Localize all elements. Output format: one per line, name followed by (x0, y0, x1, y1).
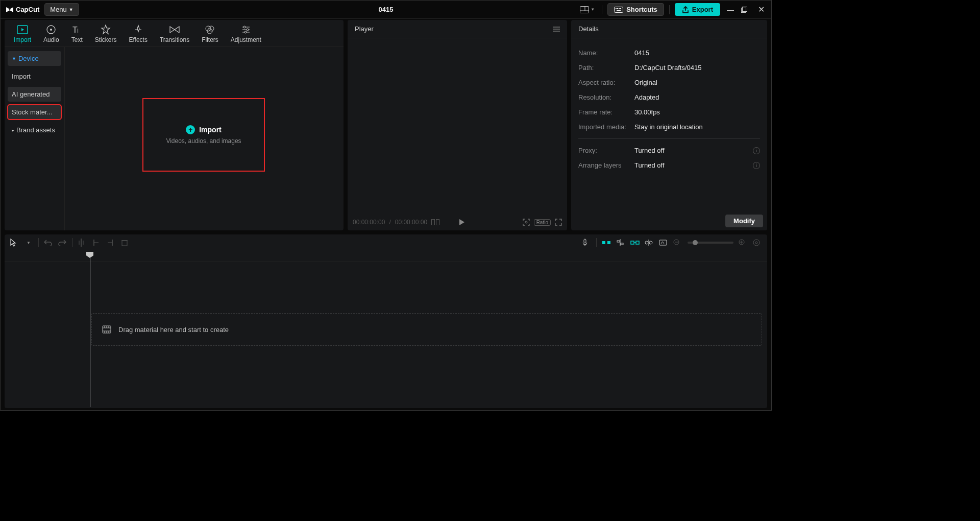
modify-button[interactable]: Modify (725, 215, 763, 227)
sidebar-item-device[interactable]: ▼Device (8, 51, 61, 66)
sidebar-item-brand-assets[interactable]: ▸Brand assets (8, 123, 61, 137)
playhead-handle-icon[interactable] (86, 252, 93, 258)
redo-icon[interactable] (58, 239, 67, 246)
split-icon[interactable] (78, 239, 87, 247)
caret-right-icon: ▸ (12, 128, 14, 133)
svg-rect-46 (631, 241, 634, 244)
sidebar-item-stock-materials[interactable]: Stock mater... (8, 105, 61, 120)
svg-rect-29 (436, 220, 439, 225)
app-logo: CapCut (6, 6, 39, 14)
svg-rect-4 (616, 8, 617, 9)
svg-rect-45 (621, 243, 623, 245)
timeline-drop-hint: Drag material here and start to create (118, 326, 229, 334)
details-header: Details (571, 20, 767, 38)
transitions-tab-icon (169, 24, 180, 35)
player-viewport[interactable] (348, 38, 567, 214)
details-body: Name:0415 Path:D:/CapCut Drafts/0415 Asp… (571, 38, 767, 211)
play-icon[interactable] (444, 219, 480, 226)
text-tab-icon: TI (72, 24, 82, 35)
export-button[interactable]: Export (675, 3, 720, 16)
capcut-logo-icon (6, 6, 14, 14)
window-minimize-icon[interactable]: — (725, 6, 736, 14)
tab-transitions[interactable]: Transitions (159, 23, 190, 44)
app-name: CapCut (16, 6, 39, 13)
zoom-slider-thumb[interactable] (693, 240, 698, 245)
sidebar-item-ai-generated[interactable]: AI generated (8, 87, 61, 102)
preview-track-icon[interactable] (645, 239, 654, 246)
zoom-in-icon[interactable] (739, 239, 748, 246)
svg-rect-44 (617, 241, 620, 242)
tab-stickers[interactable]: Stickers (94, 23, 118, 44)
mic-icon[interactable] (582, 239, 591, 247)
sidebar-item-import[interactable]: Import (8, 69, 61, 84)
timeline-ruler[interactable] (5, 251, 767, 262)
filters-tab-icon (205, 24, 215, 35)
detail-aspect: Aspect ratio:Original (578, 75, 760, 90)
media-sidebar: ▼Device Import AI generated Stock mater.… (5, 47, 65, 230)
tab-audio[interactable]: Audio (42, 23, 60, 44)
snap-main-icon[interactable] (602, 240, 611, 246)
svg-point-30 (525, 221, 527, 223)
import-tab-icon (17, 24, 28, 35)
import-area: + Import Videos, audios, and images (65, 47, 344, 230)
tab-adjustment[interactable]: Adjustment (230, 23, 262, 44)
tab-filters[interactable]: Filters (201, 23, 219, 44)
zoom-slider[interactable] (688, 242, 733, 244)
undo-icon[interactable] (44, 239, 53, 246)
timeline-drop-track[interactable]: Drag material here and start to create (91, 313, 762, 346)
layout-icon (580, 6, 589, 13)
trim-right-icon[interactable] (107, 239, 116, 247)
main-row: Import Audio TI Text Stickers Effects (1, 20, 771, 230)
detail-path: Path:D:/CapCut Drafts/0415 (578, 60, 760, 75)
layout-button[interactable]: ▼ (578, 5, 597, 14)
zoom-out-icon[interactable] (673, 239, 682, 246)
compare-icon[interactable] (431, 219, 439, 225)
snap-linked-icon[interactable] (630, 240, 640, 246)
tab-effects[interactable]: Effects (128, 23, 148, 44)
trim-left-icon[interactable] (92, 239, 102, 247)
player-time-current: 00:00:00:00 (353, 219, 385, 226)
ratio-button[interactable]: Ratio (534, 219, 551, 226)
caret-down-icon: ▼ (12, 56, 16, 61)
align-icon[interactable] (616, 239, 625, 246)
tool-chevron-down-icon[interactable]: ▼ (24, 241, 33, 245)
shortcuts-button[interactable]: Shortcuts (607, 3, 664, 16)
media-body: ▼Device Import AI generated Stock mater.… (5, 47, 344, 230)
preview-render-icon[interactable] (659, 240, 668, 246)
tab-text[interactable]: TI Text (70, 23, 84, 44)
player-controls: 00:00:00:00 / 00:00:00:00 Ratio (348, 214, 567, 230)
delete-icon[interactable] (121, 239, 130, 246)
svg-rect-10 (743, 7, 747, 11)
player-menu-icon[interactable] (553, 27, 560, 32)
svg-text:I: I (77, 28, 79, 34)
separator (669, 5, 670, 14)
svg-rect-0 (580, 6, 589, 13)
window-maximize-icon[interactable] (741, 6, 751, 13)
detail-framerate: Frame rate:30.00fps (578, 105, 760, 120)
info-icon[interactable]: i (753, 147, 760, 154)
svg-rect-9 (742, 8, 746, 12)
window-close-icon[interactable]: ✕ (756, 5, 766, 14)
player-header: Player (348, 20, 567, 38)
stickers-tab-icon (101, 24, 111, 35)
zoom-fit-icon[interactable] (753, 239, 762, 246)
selection-tool-icon[interactable] (10, 239, 19, 247)
svg-rect-8 (617, 10, 621, 11)
titlebar-right: ▼ Shortcuts Export — ✕ (578, 3, 766, 16)
app-window: CapCut Menu ▼ 0415 ▼ Shortcuts Export — (0, 0, 772, 411)
media-panel: Import Audio TI Text Stickers Effects (5, 20, 344, 230)
svg-point-24 (244, 31, 247, 33)
svg-rect-6 (619, 8, 620, 9)
detail-resolution: Resolution:Adapted (578, 90, 760, 105)
svg-rect-42 (607, 241, 610, 244)
scan-icon[interactable] (523, 219, 530, 226)
fullscreen-icon[interactable] (555, 219, 562, 226)
tab-import[interactable]: Import (13, 23, 32, 44)
menu-button[interactable]: Menu ▼ (44, 3, 79, 16)
info-icon[interactable]: i (753, 162, 760, 169)
separator (578, 138, 760, 139)
keyboard-icon (614, 7, 623, 13)
svg-rect-41 (602, 241, 605, 244)
import-dropzone[interactable]: + Import Videos, audios, and images (142, 98, 265, 172)
svg-rect-47 (636, 241, 639, 244)
